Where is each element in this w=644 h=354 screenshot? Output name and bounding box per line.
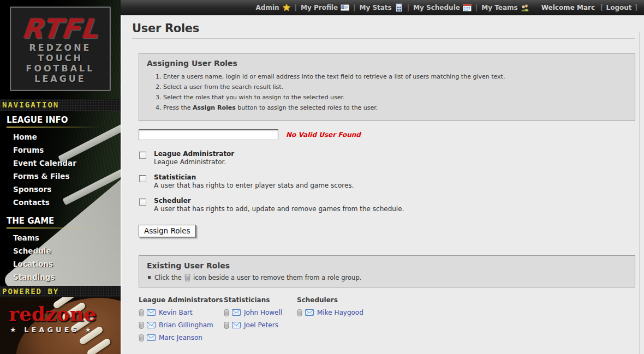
user-row: Mike Haygood [297, 308, 382, 317]
trash-icon[interactable] [139, 334, 144, 341]
sidebar-item-forms-files[interactable]: Forms & Files [7, 170, 117, 183]
role-name: League Administrator [154, 150, 635, 158]
rtfl-logo-acronym: RTFL [9, 15, 111, 43]
role-name: Statistician [154, 173, 635, 182]
group-title: Schedulers [297, 296, 382, 304]
role-option-scheduler: Scheduler A user that has rights to add,… [139, 197, 635, 213]
sidebar-item-standings[interactable]: Standings [7, 271, 117, 284]
panel-heading: Assigning User Roles [147, 59, 627, 68]
main-content: User Roles Assigning User Roles Enter a … [121, 15, 644, 354]
user-link[interactable]: Marc Jeanson [159, 334, 202, 341]
sidebar-item-teams[interactable]: Teams [7, 231, 117, 244]
step-text: button to assign the selected roles to t… [236, 104, 378, 111]
rtfl-logo-line: TOUCH [11, 53, 110, 63]
redzone-leagues-logo[interactable]: redzone ★ LEAGUES ★ [0, 297, 121, 354]
navigation-banner: NAVIGATION [0, 99, 121, 111]
user-row: Marc Jeanson [139, 333, 224, 343]
topbar-item-label: My Teams [481, 4, 517, 11]
topbar-item-label: My Profile [301, 4, 338, 11]
bullet-icon [148, 276, 151, 279]
assign-roles-button[interactable]: Assign Roles [139, 225, 196, 237]
email-icon[interactable] [147, 309, 156, 316]
topbar-item-label: My Schedule [413, 4, 460, 11]
step-text: Select a user from the search result lis… [163, 83, 283, 91]
user-search-input[interactable] [139, 129, 278, 140]
trash-icon[interactable] [297, 309, 302, 316]
user-link[interactable]: Kevin Bart [159, 309, 193, 316]
email-icon[interactable] [147, 334, 156, 341]
user-link[interactable]: Mike Haygood [317, 309, 363, 316]
sidebar-item-event-calendar[interactable]: Event Calendar [7, 157, 117, 170]
topbar-separator: | [353, 4, 355, 11]
trash-icon[interactable] [139, 322, 144, 329]
group-title: League Administrators [139, 296, 224, 304]
role-options: League Administrator League Administrato… [139, 150, 635, 213]
league-administrator-checkbox[interactable] [139, 152, 146, 159]
user-row: Kevin Bart [139, 308, 224, 317]
user-link[interactable]: John Howell [244, 309, 282, 316]
logout-bracket: ] [635, 4, 637, 11]
step-text: Enter a users name, login id or email ad… [163, 73, 505, 80]
topbar-item-admin[interactable]: Admin [256, 3, 291, 12]
email-icon[interactable] [232, 322, 241, 328]
user-search-row: No Valid User Found [139, 129, 635, 140]
user-row: John Howell [224, 308, 297, 317]
sidebar-menu: LEAGUE INFO Home Forums Event Calendar F… [7, 115, 117, 297]
step-text: Select the roles that you wish to assign… [163, 94, 345, 101]
star-icon [282, 3, 291, 12]
group-icon [521, 3, 529, 12]
assigning-user-roles-panel: Assigning User Roles Enter a users name,… [139, 53, 635, 121]
instruction-steps: Enter a users name, login id or email ad… [147, 73, 627, 112]
rtfl-logo[interactable]: RTFL REDZONE TOUCH FOOTBALL LEAGUE [10, 7, 111, 91]
sidebar-item-schedule[interactable]: Schedule [7, 244, 117, 257]
trash-icon[interactable] [224, 309, 229, 316]
app-window: RTFL REDZONE TOUCH FOOTBALL LEAGUE NAVIG… [0, 0, 644, 354]
role-option-league-administrator: League Administrator League Administrato… [139, 150, 635, 166]
section-rule [7, 127, 117, 128]
email-icon[interactable] [147, 322, 156, 328]
role-description: A user that has rights to enter player s… [154, 182, 635, 190]
topbar-item-my-teams[interactable]: My Teams [481, 3, 529, 12]
role-description: League Administrator. [154, 158, 635, 166]
role-groups: League Administrators Kevin Bart Brian G… [139, 296, 635, 346]
sidebar-item-contacts[interactable]: Contacts [7, 196, 117, 209]
topbar: Admin | My Profile | My Stats | My Sched… [121, 0, 644, 15]
role-description: A user that has rights to add, update an… [154, 205, 635, 213]
trash-icon[interactable] [224, 322, 229, 329]
user-link[interactable]: Brian Gillingham [159, 321, 213, 329]
user-row: Joel Peters [224, 321, 297, 330]
email-icon[interactable] [305, 309, 314, 316]
role-name: Scheduler [154, 197, 635, 205]
vcard-icon [341, 3, 349, 12]
sidebar-item-home[interactable]: Home [7, 130, 117, 143]
search-status-message: No Valid User Found [286, 131, 361, 139]
topbar-item-my-profile[interactable]: My Profile [301, 3, 349, 12]
statistician-checkbox[interactable] [139, 175, 146, 182]
user-row: Brian Gillingham [139, 321, 224, 330]
logout-button[interactable]: Logout [606, 4, 632, 11]
trash-icon[interactable] [139, 309, 144, 316]
group-league-administrators: League Administrators Kevin Bart Brian G… [139, 296, 224, 346]
user-link[interactable]: Joel Peters [244, 321, 278, 329]
rtfl-logo-line: FOOTBALL [11, 63, 110, 74]
topbar-separator: | [295, 4, 297, 11]
sidebar-item-sponsors[interactable]: Sponsors [7, 183, 117, 196]
note-text: icon beside a user to remove them from a… [193, 274, 361, 281]
redzone-logo-text: redzone [9, 304, 97, 323]
sidebar-item-locations[interactable]: Locations [7, 257, 117, 271]
role-option-statistician: Statistician A user that has rights to e… [139, 173, 635, 190]
scheduler-checkbox[interactable] [139, 199, 146, 206]
topbar-item-my-stats[interactable]: My Stats [359, 3, 403, 12]
welcome-text: Welcome Marc [541, 4, 595, 11]
section-rule [7, 227, 117, 229]
logout-bracket: [ [600, 4, 603, 11]
sidebar-item-forums[interactable]: Forums [7, 143, 117, 157]
group-schedulers: Schedulers Mike Haygood [297, 296, 382, 346]
section-title-league-info: LEAGUE INFO [7, 115, 117, 125]
topbar-item-label: Admin [256, 4, 279, 11]
email-icon[interactable] [232, 309, 241, 316]
page-title: User Roles [132, 22, 636, 35]
topbar-item-my-schedule[interactable]: My Schedule [413, 3, 472, 12]
trash-icon [184, 274, 190, 281]
sidebar: RTFL REDZONE TOUCH FOOTBALL LEAGUE NAVIG… [0, 0, 121, 354]
